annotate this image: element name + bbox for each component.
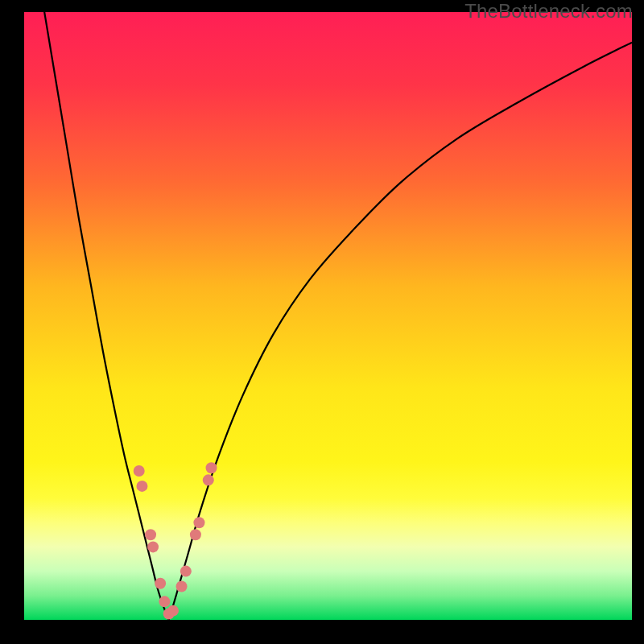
data-point (190, 529, 201, 540)
data-point (180, 566, 192, 577)
chart-area (24, 12, 632, 620)
data-point (145, 529, 156, 540)
data-point (176, 580, 188, 592)
data-point (167, 605, 179, 617)
watermark-text: TheBottleneck.com (464, 0, 633, 23)
data-point (159, 596, 170, 607)
data-point (136, 481, 147, 492)
data-point (206, 462, 217, 473)
data-point (147, 541, 159, 552)
chart-lines (24, 12, 632, 620)
right-curve (169, 43, 632, 620)
data-point (193, 517, 204, 528)
left-curve (43, 12, 169, 620)
data-point (203, 474, 214, 485)
data-point (134, 465, 145, 477)
data-point (155, 578, 166, 589)
